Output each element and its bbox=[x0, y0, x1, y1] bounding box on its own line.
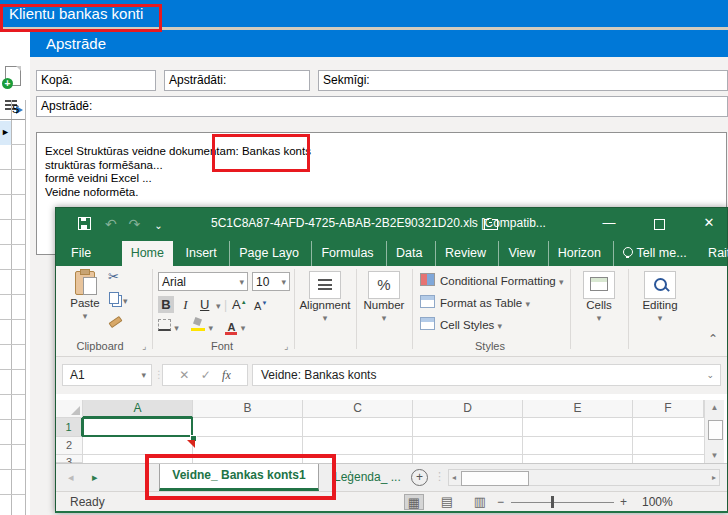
font-name-combo[interactable]: Arial ▾ bbox=[158, 272, 248, 291]
fill-color-icon[interactable] bbox=[191, 318, 205, 331]
tabstrip-divider: ⋮ bbox=[434, 470, 445, 483]
tab-insert[interactable]: Insert bbox=[176, 241, 225, 266]
conditional-formatting-button[interactable]: Conditional Formatting ▾ bbox=[420, 270, 563, 292]
format-painter-button[interactable] bbox=[109, 314, 122, 328]
row-header-2[interactable]: 2 bbox=[56, 437, 83, 455]
field-in-progress[interactable]: Apstrādē: bbox=[36, 96, 728, 117]
column-header-E[interactable]: E bbox=[523, 400, 633, 418]
undo-icon[interactable]: ↶ bbox=[105, 216, 117, 232]
zoom-out-icon[interactable]: − bbox=[497, 495, 504, 509]
borders-caret-icon[interactable]: ▾ bbox=[174, 323, 179, 333]
alignment-group-button[interactable]: Alignment ▾ bbox=[296, 271, 354, 323]
scroll-right-icon[interactable]: ▸ bbox=[712, 473, 716, 482]
shrink-font-button[interactable]: A▼ bbox=[252, 295, 270, 315]
maximize-button[interactable] bbox=[648, 218, 670, 233]
collapse-ribbon-icon[interactable]: ⌃ bbox=[708, 332, 718, 346]
font-color-icon[interactable]: A bbox=[225, 321, 237, 335]
shrink-font-arrow-icon: ▼ bbox=[261, 300, 267, 306]
ribbon-display-options-icon[interactable] bbox=[480, 218, 502, 233]
paste-label: Paste bbox=[70, 297, 99, 309]
fill-color-caret-icon[interactable]: ▾ bbox=[209, 323, 214, 333]
row-header-1[interactable]: 1 bbox=[56, 418, 83, 437]
vertical-scroll-thumb[interactable] bbox=[708, 420, 723, 440]
sheet-nav-right-icon[interactable]: ▸ bbox=[92, 471, 98, 484]
view-normal-icon[interactable]: ▦ bbox=[404, 494, 424, 510]
field-total[interactable]: Kopā: bbox=[36, 70, 156, 91]
name-box[interactable]: A1 ▾ bbox=[62, 364, 152, 386]
field-successful[interactable]: Sekmīgi: bbox=[318, 70, 728, 91]
column-header-F[interactable]: F bbox=[633, 400, 704, 418]
tab-view[interactable]: View bbox=[498, 241, 544, 266]
new-document-icon[interactable]: + bbox=[5, 66, 21, 86]
font-color-caret-icon[interactable]: ▾ bbox=[241, 323, 246, 333]
cancel-entry-icon[interactable]: ✕ bbox=[179, 368, 189, 382]
tab-review[interactable]: Review bbox=[435, 241, 495, 266]
cells-group-button[interactable]: Cells ▾ bbox=[572, 271, 626, 323]
annotation-box-sheet-tab bbox=[145, 454, 336, 500]
italic-button[interactable]: I bbox=[177, 296, 193, 313]
alignment-label: Alignment bbox=[299, 299, 350, 311]
view-page-layout-icon[interactable]: ▤ bbox=[437, 494, 457, 510]
user-name[interactable]: Raita Reine bbox=[699, 241, 728, 266]
close-button[interactable]: ✕ bbox=[698, 215, 720, 230]
sheet-tab-legend[interactable]: Leģenda_ ... bbox=[334, 470, 401, 484]
expand-formula-bar-icon[interactable]: ⌄ bbox=[706, 365, 714, 385]
save-icon[interactable] bbox=[78, 217, 91, 230]
plus-badge: + bbox=[2, 78, 13, 89]
scroll-left-icon[interactable]: ◂ bbox=[452, 473, 456, 482]
paste-button[interactable]: Paste ▾ bbox=[66, 271, 104, 335]
formula-input[interactable]: Veidne: Bankas konts ⌄ bbox=[252, 364, 721, 386]
column-header-C[interactable]: C bbox=[303, 400, 413, 418]
tell-me-box[interactable]: Tell me... bbox=[613, 241, 695, 266]
field-processed[interactable]: Apstrādāti: bbox=[164, 70, 310, 91]
editing-group-button[interactable]: Editing ▾ bbox=[631, 271, 689, 323]
sheet-nav-left-icon[interactable]: ◂ bbox=[68, 471, 74, 484]
format-as-table-button[interactable]: Format as Table ▾ bbox=[420, 292, 530, 314]
vertical-scrollbar[interactable]: ▲ ▼ bbox=[704, 400, 724, 463]
scroll-down-icon[interactable]: ▼ bbox=[705, 451, 724, 460]
qat-customize-icon[interactable]: ⌄ bbox=[154, 220, 162, 231]
grow-font-arrow-icon: ▲ bbox=[241, 299, 247, 305]
row-header-3[interactable]: 3 bbox=[56, 455, 83, 463]
paste-caret-icon: ▾ bbox=[83, 311, 88, 321]
tab-page-layout[interactable]: Page Layo bbox=[229, 241, 308, 266]
tab-data[interactable]: Data bbox=[386, 241, 431, 266]
underline-button[interactable]: U bbox=[197, 296, 213, 313]
zoom-slider-thumb[interactable] bbox=[551, 496, 554, 508]
formula-bar: A1 ▾ ⋮ ✕ ✓ fx Veidne: Bankas konts ⌄ bbox=[56, 357, 727, 394]
insert-function-icon[interactable]: fx bbox=[222, 368, 231, 382]
tab-file[interactable]: File bbox=[62, 241, 100, 266]
zoom-in-icon[interactable]: + bbox=[620, 495, 627, 509]
select-all-corner[interactable] bbox=[56, 400, 83, 418]
tab-horizon[interactable]: Horizon bbox=[548, 241, 610, 266]
borders-icon[interactable] bbox=[158, 319, 171, 331]
editing-caret-icon: ▾ bbox=[658, 313, 663, 323]
horizontal-scrollbar[interactable]: ◂ ▸ bbox=[448, 469, 720, 486]
zoom-level[interactable]: 100% bbox=[642, 495, 673, 509]
redo-icon[interactable]: ↷ bbox=[129, 216, 141, 232]
zoom-slider-track[interactable] bbox=[511, 502, 614, 503]
column-header-D[interactable]: D bbox=[413, 400, 523, 418]
confirm-entry-icon[interactable]: ✓ bbox=[201, 368, 211, 382]
minimize-button[interactable]: — bbox=[598, 215, 620, 230]
font-size-combo[interactable]: 10 ▾ bbox=[252, 272, 290, 291]
cut-button[interactable]: ✂ bbox=[108, 270, 119, 284]
tab-home[interactable]: Home bbox=[122, 241, 173, 266]
cells-icon bbox=[583, 271, 615, 299]
copy-button[interactable]: ▾ bbox=[109, 292, 128, 307]
number-group-button[interactable]: % Number ▾ bbox=[358, 271, 410, 323]
tab-formulas[interactable]: Formulas bbox=[311, 241, 382, 266]
cell-styles-button[interactable]: Cell Styles ▾ bbox=[420, 314, 502, 336]
column-header-B[interactable]: B bbox=[193, 400, 303, 418]
bold-button[interactable]: B bbox=[158, 296, 174, 313]
new-sheet-icon[interactable]: + bbox=[411, 469, 428, 486]
underline-caret-icon[interactable]: ▾ bbox=[216, 301, 221, 311]
clipboard-dialog-launcher-icon[interactable]: ⌟ bbox=[142, 341, 146, 351]
column-header-A[interactable]: A bbox=[83, 400, 193, 418]
grow-font-button[interactable]: A▲ bbox=[230, 294, 248, 313]
scroll-up-icon[interactable]: ▲ bbox=[705, 403, 724, 412]
font-dialog-launcher-icon[interactable]: ⌟ bbox=[284, 341, 288, 351]
selected-cell-A1[interactable] bbox=[82, 417, 193, 437]
horizontal-scroll-thumb[interactable] bbox=[461, 471, 529, 486]
view-page-break-icon[interactable]: ▥ bbox=[470, 494, 490, 510]
